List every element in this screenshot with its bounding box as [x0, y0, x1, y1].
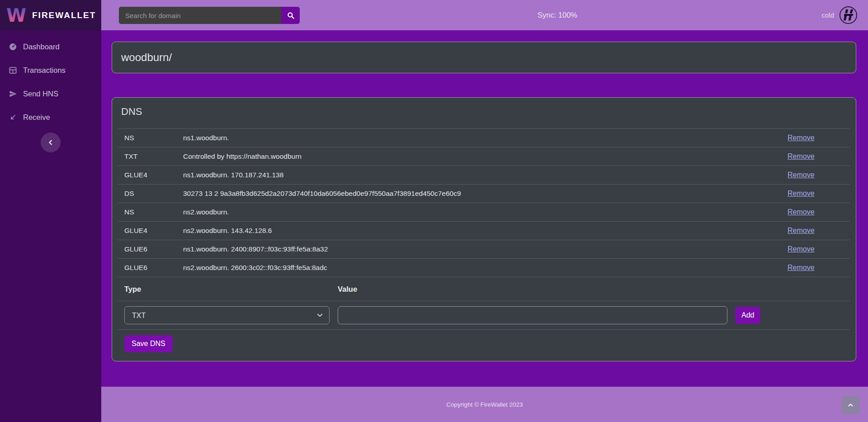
remove-link[interactable]: Remove [788, 152, 815, 160]
dns-record-value: ns2.woodburn. 2600:3c02::f03c:93ff:fe5a:… [177, 264, 781, 272]
record-type-select-wrap: TXT [124, 306, 330, 324]
search-icon [287, 11, 295, 19]
scroll-top-button[interactable] [841, 396, 860, 414]
sidebar-item-dashboard[interactable]: Dashboard [0, 35, 101, 58]
remove-link[interactable]: Remove [788, 171, 815, 179]
dns-card-title: DNS [118, 98, 850, 128]
wallet-name-label: cold [821, 11, 834, 19]
footer: Copyright © FireWallet 2023 [101, 387, 868, 422]
record-value-input[interactable] [338, 306, 727, 324]
dns-record-row: DS 30273 13 2 9a3a8fb3d625d2a2073d740f10… [118, 184, 850, 203]
dns-record-action: Remove [781, 190, 850, 198]
add-record-button[interactable]: Add [735, 307, 760, 324]
dns-record-row: TXT Controlled by https://nathan.woodbur… [118, 147, 850, 166]
dns-record-type: NS [118, 134, 177, 142]
chevron-left-icon [47, 139, 54, 146]
receive-arrow-icon [9, 113, 17, 122]
dns-card: DNS NS ns1.woodburn. Remove TXT Controll… [112, 97, 856, 361]
dns-record-type: GLUE6 [118, 245, 177, 253]
page-title: woodburn/ [121, 51, 172, 64]
dns-record-row: NS ns2.woodburn. Remove [118, 203, 850, 221]
dns-record-action: Remove [781, 264, 850, 272]
dns-record-row: GLUE6 ns1.woodburn. 2400:8907::f03c:93ff… [118, 240, 850, 258]
main-content: woodburn/ DNS NS ns1.woodburn. Remove TX… [101, 30, 868, 387]
svg-text:W: W [6, 6, 26, 24]
copyright-text: Copyright © FireWallet 2023 [446, 401, 523, 408]
dashboard-gauge-icon [9, 43, 17, 51]
sidebar-item-label: Receive [23, 113, 50, 122]
sync-status: Sync: 100% [538, 0, 577, 30]
sidebar: W FIREWALLET Dashboard Transactions [0, 0, 101, 422]
dns-records-table: NS ns1.woodburn. Remove TXT Controlled b… [118, 128, 850, 330]
dns-record-row: GLUE4 ns1.woodburn. 170.187.241.138 Remo… [118, 166, 850, 184]
dns-record-action: Remove [781, 208, 850, 216]
sidebar-nav: Dashboard Transactions Send HNS Receive [0, 30, 101, 129]
topbar: Sync: 100% cold [101, 0, 868, 30]
handshake-icon[interactable] [839, 5, 858, 25]
type-column-header: Type [118, 285, 331, 294]
dns-record-action: Remove [781, 134, 850, 142]
dns-record-value: ns2.woodburn. 143.42.128.6 [177, 227, 781, 235]
sidebar-item-send-hns[interactable]: Send HNS [0, 82, 101, 105]
domain-card: woodburn/ [112, 42, 856, 73]
sidebar-item-label: Dashboard [23, 43, 60, 51]
search-input[interactable] [119, 7, 281, 24]
sidebar-item-receive[interactable]: Receive [0, 105, 101, 129]
remove-link[interactable]: Remove [788, 264, 815, 271]
send-plane-icon [9, 90, 17, 98]
dns-record-action: Remove [781, 245, 850, 253]
remove-link[interactable]: Remove [788, 190, 815, 197]
firewallet-w-logo-icon: W [6, 6, 27, 24]
chevron-up-icon [848, 402, 854, 408]
dns-record-type: NS [118, 208, 177, 216]
brand-name: FIREWALLET [32, 10, 96, 20]
app-root: W FIREWALLET Dashboard Transactions [0, 0, 868, 422]
dns-record-value: ns1.woodburn. 170.187.241.138 [177, 171, 781, 179]
value-column-header: Value [331, 285, 735, 294]
dns-record-type: DS [118, 190, 177, 198]
sidebar-item-label: Transactions [23, 66, 66, 75]
dns-record-type: GLUE4 [118, 171, 177, 179]
dns-form-header-row: Type Value [118, 277, 850, 301]
dns-record-row: NS ns1.woodburn. Remove [118, 128, 850, 147]
remove-link[interactable]: Remove [788, 245, 815, 253]
sidebar-item-label: Send HNS [23, 90, 58, 98]
brand-home[interactable]: W FIREWALLET [0, 0, 101, 30]
dns-add-record-row: TXT Add [118, 301, 850, 330]
dns-record-value: ns2.woodburn. [177, 208, 781, 216]
search-button[interactable] [281, 7, 300, 24]
dns-record-value: 30273 13 2 9a3a8fb3d625d2a2073d740f10da6… [177, 190, 781, 198]
dns-record-row: GLUE6 ns2.woodburn. 2600:3c02::f03c:93ff… [118, 258, 850, 277]
dns-record-value: ns1.woodburn. [177, 134, 781, 142]
sidebar-item-transactions[interactable]: Transactions [0, 58, 101, 82]
remove-link[interactable]: Remove [788, 208, 815, 216]
dns-record-type: GLUE6 [118, 264, 177, 272]
dns-record-type: GLUE4 [118, 227, 177, 235]
record-type-select[interactable]: TXT [124, 306, 330, 324]
dns-record-value: Controlled by https://nathan.woodburn [177, 152, 781, 161]
remove-link[interactable]: Remove [788, 227, 815, 234]
dns-record-type: TXT [118, 152, 177, 161]
dns-record-action: Remove [781, 152, 850, 161]
dns-record-value: ns1.woodburn. 2400:8907::f03c:93ff:fe5a:… [177, 245, 781, 253]
remove-link[interactable]: Remove [788, 134, 815, 142]
wallet-indicator: cold [821, 0, 858, 30]
transactions-table-icon [9, 66, 17, 75]
sidebar-collapse-button[interactable] [41, 133, 61, 152]
save-dns-button[interactable]: Save DNS [124, 335, 173, 352]
domain-searchbox [119, 7, 300, 24]
dns-record-action: Remove [781, 227, 850, 235]
dns-record-action: Remove [781, 171, 850, 179]
dns-record-row: GLUE4 ns2.woodburn. 143.42.128.6 Remove [118, 221, 850, 240]
